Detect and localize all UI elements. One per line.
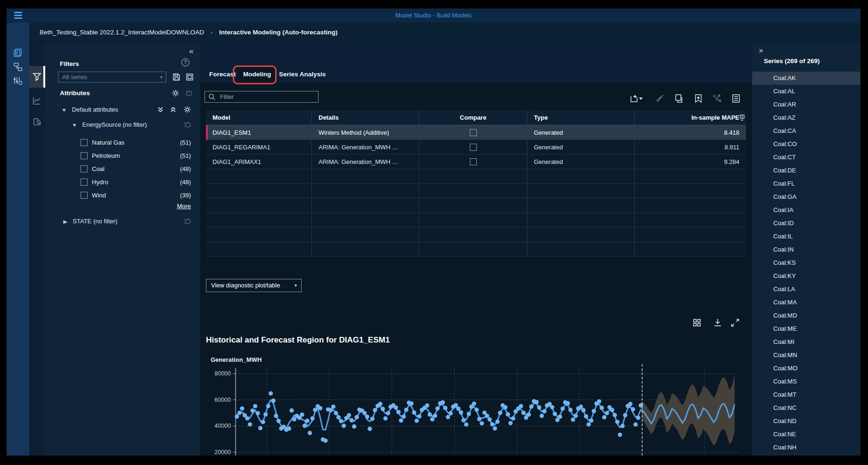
series-item-coal-mt[interactable]: Coal:MT [752,388,860,401]
model-type: Generated [527,155,634,169]
series-item-coal-fl[interactable]: Coal:FL [752,177,860,190]
series-filter-value: All series [62,73,87,81]
series-item-coal-nd[interactable]: Coal:ND [752,415,860,428]
compare-cell [419,140,527,154]
reset-filters-icon[interactable] [185,73,194,82]
series-item-coal-nc[interactable]: Coal:NC [752,401,860,415]
lineage-icon[interactable] [712,93,722,104]
checkbox[interactable] [81,139,88,146]
series-item-coal-ct[interactable]: Coal:CT [752,151,860,164]
pipeline-flow-icon[interactable] [13,62,23,72]
state-reset-icon[interactable] [183,217,192,226]
column-header-compare[interactable]: Compare [419,110,527,125]
state-group[interactable]: ▶ STATE (no filter) [45,216,200,227]
series-item-coal-la[interactable]: Coal:LA [752,283,860,296]
table-row[interactable]: DIAG1_ESM1 Winters Method (Additive) Gen… [206,125,746,140]
column-header-model[interactable]: Model [206,110,311,125]
series-item-coal-ne[interactable]: Coal:NE [752,428,860,441]
save-filter-icon[interactable] [172,73,181,82]
edit-pencil-icon[interactable] [655,93,665,104]
series-filter-select[interactable]: All series ▾ [58,72,166,82]
svg-text:80000: 80000 [214,370,231,377]
column-header-mape[interactable]: In-sample MAPE [634,110,746,125]
maximize-icon[interactable] [730,318,740,328]
compare-checkbox[interactable] [470,144,477,151]
help-icon[interactable]: ? [181,58,189,66]
view-diagnostic-dropdown-button[interactable]: View diagnostic plot/table ▾ [206,279,302,292]
energysource-group[interactable]: ▼ EnergySource (no filter) [45,119,200,131]
checkbox[interactable] [81,192,88,199]
compare-checkbox[interactable] [470,158,477,165]
attributes-reset-icon[interactable] [184,89,193,98]
series-item-coal-ca[interactable]: Coal:CA [752,124,860,138]
series-item-coal-de[interactable]: Coal:DE [752,164,860,177]
series-item-coal-ia[interactable]: Coal:IA [752,204,860,217]
series-item-coal-id[interactable]: Coal:ID [752,217,860,230]
series-item-coal-in[interactable]: Coal:IN [752,243,860,256]
data-pages-icon[interactable] [13,48,23,58]
series-item-coal-ar[interactable]: Coal:AR [752,98,860,111]
pipeline-settings-icon[interactable] [13,75,23,86]
collapse-filters-panel-icon[interactable]: « [186,46,197,57]
series-item-coal-mn[interactable]: Coal:MN [752,349,860,362]
collapse-series-panel-icon[interactable]: » [756,45,766,56]
series-item-coal-md[interactable]: Coal:MD [752,309,860,322]
breadcrumb-project[interactable]: Beth_Testing_Stable 2022.1.2_InteractMod… [40,29,204,36]
chevron-right-icon: ▶ [63,216,67,228]
empty-table-row [206,184,746,198]
download-icon[interactable] [712,318,723,328]
series-item-coal-ga[interactable]: Coal:GA [752,190,860,204]
filter-tool-icon[interactable] [32,72,42,82]
more-link[interactable]: More [177,203,191,210]
collapse-all-icon[interactable] [169,105,178,114]
filter-option-natural-gas[interactable]: Natural Gas(51) [45,136,200,149]
series-item-coal-il[interactable]: Coal:IL [752,230,860,243]
new-model-menu-icon[interactable] [629,93,645,104]
champion-bookmark-icon[interactable] [693,93,704,104]
export-page-tool-icon[interactable] [32,117,42,127]
filter-option-wind[interactable]: Wind(39) [45,189,200,202]
group-settings-gear-icon[interactable] [183,105,192,114]
copy-model-icon[interactable] [673,93,684,104]
series-item-coal-ks[interactable]: Coal:KS [752,256,860,269]
tab-forecast[interactable]: Forecast [209,66,236,83]
filter-option-petroleum[interactable]: Petroleum(51) [45,149,200,163]
series-item-coal-ma[interactable]: Coal:MA [752,296,860,309]
column-header-details[interactable]: Details [311,110,419,125]
series-item-coal-co[interactable]: Coal:CO [752,138,860,151]
series-item-coal-az[interactable]: Coal:AZ [752,111,860,124]
series-item-coal-mo[interactable]: Coal:MO [752,362,860,375]
checkbox[interactable] [81,179,88,186]
empty-table-row [206,213,746,228]
filter-option-hydro[interactable]: Hydro(48) [45,176,200,189]
table-row[interactable]: DIAG1_ARIMAX1 ARIMA: Generation_MWH … Ge… [206,155,746,169]
breadcrumb: Beth_Testing_Stable 2022.1.2_InteractMod… [40,23,337,42]
table-row[interactable]: DIAG1_REGARIMA1 ARIMA: Generation_MWH … … [206,140,746,155]
layout-grid-icon[interactable] [692,318,702,328]
checkbox[interactable] [81,165,88,172]
checkbox[interactable] [81,152,88,159]
filter-option-coal[interactable]: Coal(48) [45,163,200,176]
series-item-coal-ms[interactable]: Coal:MS [752,375,860,388]
series-item-coal-nh[interactable]: Coal:NH [752,441,860,454]
series-item-coal-me[interactable]: Coal:ME [752,322,860,335]
filter-option-label: Petroleum [92,149,120,163]
breadcrumb-separator: › [211,29,213,36]
attributes-settings-gear-icon[interactable] [171,89,180,98]
column-header-type[interactable]: Type [527,110,634,125]
series-item-coal-al[interactable]: Coal:AL [752,85,860,98]
tab-modeling[interactable]: Modeling [243,66,271,83]
series-item-coal-ky[interactable]: Coal:KY [752,269,860,283]
series-item-coal-mi[interactable]: Coal:MI [752,335,860,349]
filter-option-count: (48) [180,163,191,176]
table-properties-icon[interactable] [731,93,741,104]
models-table-header: Model Details Compare Type In-sample MAP… [206,110,746,125]
energysource-reset-icon[interactable] [183,120,192,129]
table-filter-input[interactable] [219,91,316,102]
chart-tool-icon[interactable] [32,96,42,106]
column-options-icon[interactable] [739,114,745,121]
series-item-coal-ak[interactable]: Coal:AK [752,72,860,85]
tab-series-analysis[interactable]: Series Analysis [279,66,326,83]
compare-checkbox[interactable] [470,129,477,136]
expand-all-icon[interactable] [156,105,165,114]
